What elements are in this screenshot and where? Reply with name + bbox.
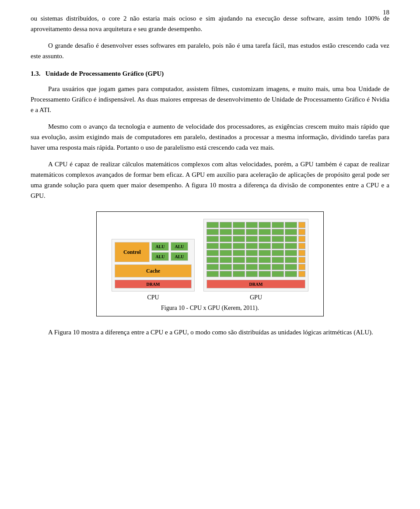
gpu-orange-6 — [298, 257, 305, 263]
section-number: 1.3. — [31, 70, 41, 77]
gpu-alu-r3c7 — [285, 236, 297, 242]
gpu-alu-r1c3 — [233, 222, 245, 228]
gpu-orange-7 — [298, 264, 305, 270]
gpu-alu-r2c6 — [272, 229, 284, 235]
gpu-alu-r1c4 — [246, 222, 258, 228]
gpu-alu-r7c2 — [220, 264, 232, 270]
gpu-orange-8 — [298, 271, 305, 277]
cpu-label: CPU — [147, 294, 159, 301]
gpu-alu-r3c3 — [233, 236, 245, 242]
figure-10: Control ALU ALU ALU ALU Cache — [96, 211, 324, 316]
gpu-alu-r7c3 — [233, 264, 245, 270]
alu-block-2: ALU — [171, 242, 188, 251]
paragraph-4: Mesmo com o avanço da tecnologia e aumen… — [31, 121, 389, 153]
gpu-alu-r2c7 — [285, 229, 297, 235]
gpu-orange-1 — [298, 222, 305, 228]
gpu-alu-r5c2 — [220, 250, 232, 256]
paragraph-2: O grande desafio é desenvolver esses sof… — [31, 40, 389, 61]
gpu-alu-r3c6 — [272, 236, 284, 242]
gpu-alu-r5c5 — [259, 250, 271, 256]
gpu-alu-r1c6 — [272, 222, 284, 228]
gpu-alu-r2c3 — [233, 229, 245, 235]
section-heading: 1.3. Unidade de Processamento Gráfico (G… — [31, 70, 389, 77]
gpu-alu-r8c7 — [285, 271, 297, 277]
gpu-alu-r4c1 — [206, 243, 219, 249]
gpu-alu-r3c4 — [246, 236, 258, 242]
gpu-alu-r1c2 — [220, 222, 232, 228]
gpu-orange-3 — [298, 236, 305, 242]
gpu-label: GPU — [250, 294, 262, 301]
gpu-alu-r4c2 — [220, 243, 232, 249]
gpu-alu-r2c4 — [246, 229, 258, 235]
gpu-alu-grid — [206, 222, 297, 277]
gpu-alu-r5c1 — [206, 250, 219, 256]
gpu-alu-r5c6 — [272, 250, 284, 256]
alu-group-1: ALU ALU ALU ALU — [151, 242, 188, 262]
gpu-alu-r6c2 — [220, 257, 232, 263]
cpu-gpu-diagram: Control ALU ALU ALU ALU Cache — [105, 219, 315, 301]
gpu-alu-r5c3 — [233, 250, 245, 256]
gpu-alu-r1c5 — [259, 222, 271, 228]
gpu-main-area — [206, 222, 305, 277]
gpu-alu-r8c4 — [246, 271, 258, 277]
gpu-alu-r6c6 — [272, 257, 284, 263]
gpu-box: DRAM — [203, 219, 308, 291]
gpu-alu-r7c4 — [246, 264, 258, 270]
gpu-alu-r6c5 — [259, 257, 271, 263]
gpu-orange-4 — [298, 243, 305, 249]
gpu-alu-r7c1 — [206, 264, 219, 270]
gpu-alu-r4c3 — [233, 243, 245, 249]
gpu-alu-r8c1 — [206, 271, 219, 277]
gpu-alu-r2c5 — [259, 229, 271, 235]
cache-block: Cache — [115, 264, 192, 277]
gpu-alu-r8c5 — [259, 271, 271, 277]
gpu-dram-block: DRAM — [206, 280, 305, 288]
cpu-top-row: Control ALU ALU ALU ALU — [115, 242, 192, 262]
gpu-alu-r5c4 — [246, 250, 258, 256]
figure-caption: Figura 10 - CPU x GPU (Kerem, 2011). — [161, 305, 259, 312]
gpu-alu-r3c5 — [259, 236, 271, 242]
section-title-text: Unidade de Processamento Gráfico (GPU) — [46, 70, 164, 77]
gpu-alu-r4c6 — [272, 243, 284, 249]
gpu-alu-r5c7 — [285, 250, 297, 256]
gpu-alu-r4c4 — [246, 243, 258, 249]
cpu-dram-block: DRAM — [115, 280, 192, 288]
gpu-alu-r1c1 — [206, 222, 219, 228]
control-block: Control — [115, 242, 150, 262]
gpu-alu-r6c3 — [233, 257, 245, 263]
gpu-alu-r4c7 — [285, 243, 297, 249]
gpu-alu-r8c2 — [220, 271, 232, 277]
paragraph-6: A Figura 10 mostra a diferença entre a C… — [31, 327, 389, 337]
gpu-alu-r3c2 — [220, 236, 232, 242]
gpu-alu-r2c1 — [206, 229, 219, 235]
paragraph-1: ou sistemas distribuídos, o core 2 não e… — [31, 13, 389, 34]
gpu-alu-r8c3 — [233, 271, 245, 277]
page-number: 18 — [383, 9, 389, 16]
gpu-orange-column — [298, 222, 305, 277]
gpu-alu-r4c5 — [259, 243, 271, 249]
gpu-alu-r3c1 — [206, 236, 219, 242]
gpu-alu-r6c1 — [206, 257, 219, 263]
gpu-alu-r8c6 — [272, 271, 284, 277]
alu-block-3: ALU — [151, 252, 169, 261]
gpu-section: DRAM GPU — [203, 219, 308, 301]
gpu-alu-r1c7 — [285, 222, 297, 228]
gpu-alu-r7c5 — [259, 264, 271, 270]
gpu-alu-r7c7 — [285, 264, 297, 270]
paragraph-3: Para usuários que jogam games para compu… — [31, 84, 389, 115]
alu-block-1: ALU — [151, 242, 169, 251]
paragraph-5: A CPU é capaz de realizar cálculos matem… — [31, 159, 389, 201]
gpu-alu-r6c7 — [285, 257, 297, 263]
cpu-box: Control ALU ALU ALU ALU Cache — [112, 239, 195, 291]
gpu-orange-5 — [298, 250, 305, 256]
alu-block-4: ALU — [171, 252, 188, 261]
gpu-alu-r7c6 — [272, 264, 284, 270]
gpu-alu-r6c4 — [246, 257, 258, 263]
gpu-orange-2 — [298, 229, 305, 235]
gpu-alu-r2c2 — [220, 229, 232, 235]
cpu-section: Control ALU ALU ALU ALU Cache — [112, 239, 195, 301]
